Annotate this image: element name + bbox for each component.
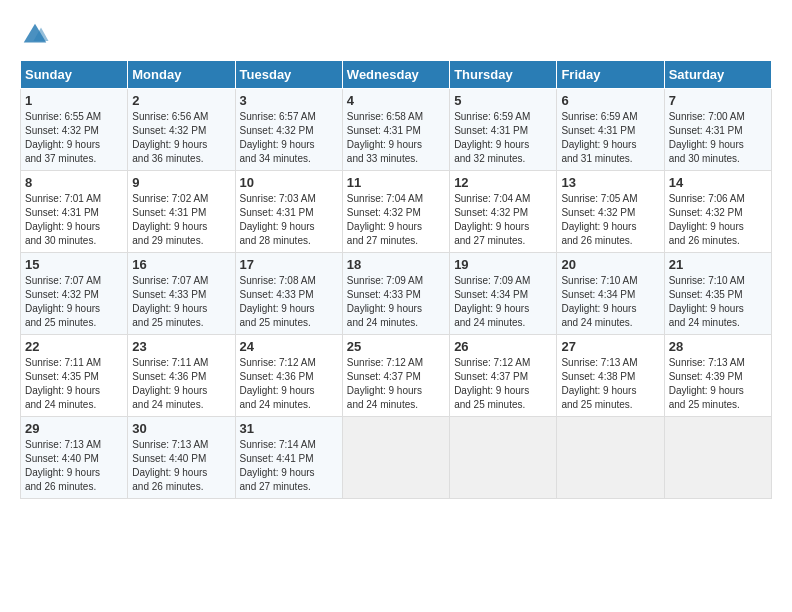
calendar-cell: 24Sunrise: 7:12 AM Sunset: 4:36 PM Dayli… <box>235 335 342 417</box>
day-number: 27 <box>561 339 659 354</box>
day-number: 8 <box>25 175 123 190</box>
day-info: Sunrise: 7:13 AM Sunset: 4:38 PM Dayligh… <box>561 356 659 412</box>
day-info: Sunrise: 7:04 AM Sunset: 4:32 PM Dayligh… <box>347 192 445 248</box>
day-info: Sunrise: 7:05 AM Sunset: 4:32 PM Dayligh… <box>561 192 659 248</box>
calendar-cell: 30Sunrise: 7:13 AM Sunset: 4:40 PM Dayli… <box>128 417 235 499</box>
day-number: 17 <box>240 257 338 272</box>
header-sunday: Sunday <box>21 61 128 89</box>
day-number: 19 <box>454 257 552 272</box>
day-number: 24 <box>240 339 338 354</box>
calendar-cell: 27Sunrise: 7:13 AM Sunset: 4:38 PM Dayli… <box>557 335 664 417</box>
day-info: Sunrise: 7:12 AM Sunset: 4:36 PM Dayligh… <box>240 356 338 412</box>
header-tuesday: Tuesday <box>235 61 342 89</box>
day-number: 12 <box>454 175 552 190</box>
day-number: 23 <box>132 339 230 354</box>
day-number: 2 <box>132 93 230 108</box>
calendar-cell <box>450 417 557 499</box>
day-info: Sunrise: 6:56 AM Sunset: 4:32 PM Dayligh… <box>132 110 230 166</box>
calendar-cell: 17Sunrise: 7:08 AM Sunset: 4:33 PM Dayli… <box>235 253 342 335</box>
calendar-cell: 23Sunrise: 7:11 AM Sunset: 4:36 PM Dayli… <box>128 335 235 417</box>
calendar-cell: 7Sunrise: 7:00 AM Sunset: 4:31 PM Daylig… <box>664 89 771 171</box>
day-number: 13 <box>561 175 659 190</box>
day-info: Sunrise: 7:12 AM Sunset: 4:37 PM Dayligh… <box>454 356 552 412</box>
calendar-cell: 22Sunrise: 7:11 AM Sunset: 4:35 PM Dayli… <box>21 335 128 417</box>
day-info: Sunrise: 7:08 AM Sunset: 4:33 PM Dayligh… <box>240 274 338 330</box>
day-number: 20 <box>561 257 659 272</box>
calendar-cell: 8Sunrise: 7:01 AM Sunset: 4:31 PM Daylig… <box>21 171 128 253</box>
day-number: 10 <box>240 175 338 190</box>
logo-icon <box>20 20 50 50</box>
day-info: Sunrise: 7:07 AM Sunset: 4:33 PM Dayligh… <box>132 274 230 330</box>
day-number: 16 <box>132 257 230 272</box>
header-friday: Friday <box>557 61 664 89</box>
day-info: Sunrise: 7:09 AM Sunset: 4:33 PM Dayligh… <box>347 274 445 330</box>
calendar-cell <box>342 417 449 499</box>
header-saturday: Saturday <box>664 61 771 89</box>
calendar-cell: 9Sunrise: 7:02 AM Sunset: 4:31 PM Daylig… <box>128 171 235 253</box>
header-monday: Monday <box>128 61 235 89</box>
day-number: 1 <box>25 93 123 108</box>
day-info: Sunrise: 7:07 AM Sunset: 4:32 PM Dayligh… <box>25 274 123 330</box>
day-info: Sunrise: 7:06 AM Sunset: 4:32 PM Dayligh… <box>669 192 767 248</box>
day-info: Sunrise: 7:10 AM Sunset: 4:34 PM Dayligh… <box>561 274 659 330</box>
day-number: 25 <box>347 339 445 354</box>
day-info: Sunrise: 6:55 AM Sunset: 4:32 PM Dayligh… <box>25 110 123 166</box>
day-number: 15 <box>25 257 123 272</box>
logo <box>20 20 54 50</box>
day-number: 11 <box>347 175 445 190</box>
calendar-cell: 3Sunrise: 6:57 AM Sunset: 4:32 PM Daylig… <box>235 89 342 171</box>
page-header <box>20 20 772 50</box>
day-number: 14 <box>669 175 767 190</box>
day-info: Sunrise: 7:11 AM Sunset: 4:35 PM Dayligh… <box>25 356 123 412</box>
calendar-cell: 25Sunrise: 7:12 AM Sunset: 4:37 PM Dayli… <box>342 335 449 417</box>
calendar-cell: 2Sunrise: 6:56 AM Sunset: 4:32 PM Daylig… <box>128 89 235 171</box>
day-info: Sunrise: 7:13 AM Sunset: 4:39 PM Dayligh… <box>669 356 767 412</box>
day-info: Sunrise: 6:59 AM Sunset: 4:31 PM Dayligh… <box>454 110 552 166</box>
calendar-cell: 4Sunrise: 6:58 AM Sunset: 4:31 PM Daylig… <box>342 89 449 171</box>
day-info: Sunrise: 7:13 AM Sunset: 4:40 PM Dayligh… <box>25 438 123 494</box>
day-info: Sunrise: 7:09 AM Sunset: 4:34 PM Dayligh… <box>454 274 552 330</box>
calendar-cell: 16Sunrise: 7:07 AM Sunset: 4:33 PM Dayli… <box>128 253 235 335</box>
calendar-week-5: 29Sunrise: 7:13 AM Sunset: 4:40 PM Dayli… <box>21 417 772 499</box>
calendar-cell: 13Sunrise: 7:05 AM Sunset: 4:32 PM Dayli… <box>557 171 664 253</box>
day-info: Sunrise: 7:14 AM Sunset: 4:41 PM Dayligh… <box>240 438 338 494</box>
day-number: 7 <box>669 93 767 108</box>
day-number: 31 <box>240 421 338 436</box>
calendar-cell: 6Sunrise: 6:59 AM Sunset: 4:31 PM Daylig… <box>557 89 664 171</box>
day-info: Sunrise: 7:13 AM Sunset: 4:40 PM Dayligh… <box>132 438 230 494</box>
day-info: Sunrise: 7:03 AM Sunset: 4:31 PM Dayligh… <box>240 192 338 248</box>
calendar-header-row: SundayMondayTuesdayWednesdayThursdayFrid… <box>21 61 772 89</box>
day-info: Sunrise: 6:57 AM Sunset: 4:32 PM Dayligh… <box>240 110 338 166</box>
day-info: Sunrise: 7:11 AM Sunset: 4:36 PM Dayligh… <box>132 356 230 412</box>
calendar-cell: 18Sunrise: 7:09 AM Sunset: 4:33 PM Dayli… <box>342 253 449 335</box>
calendar-cell: 26Sunrise: 7:12 AM Sunset: 4:37 PM Dayli… <box>450 335 557 417</box>
day-number: 6 <box>561 93 659 108</box>
day-info: Sunrise: 6:59 AM Sunset: 4:31 PM Dayligh… <box>561 110 659 166</box>
day-info: Sunrise: 7:04 AM Sunset: 4:32 PM Dayligh… <box>454 192 552 248</box>
day-number: 21 <box>669 257 767 272</box>
header-thursday: Thursday <box>450 61 557 89</box>
calendar-cell: 21Sunrise: 7:10 AM Sunset: 4:35 PM Dayli… <box>664 253 771 335</box>
calendar-week-3: 15Sunrise: 7:07 AM Sunset: 4:32 PM Dayli… <box>21 253 772 335</box>
day-info: Sunrise: 7:00 AM Sunset: 4:31 PM Dayligh… <box>669 110 767 166</box>
day-number: 26 <box>454 339 552 354</box>
calendar-cell: 10Sunrise: 7:03 AM Sunset: 4:31 PM Dayli… <box>235 171 342 253</box>
calendar-cell: 11Sunrise: 7:04 AM Sunset: 4:32 PM Dayli… <box>342 171 449 253</box>
day-info: Sunrise: 7:01 AM Sunset: 4:31 PM Dayligh… <box>25 192 123 248</box>
day-number: 30 <box>132 421 230 436</box>
calendar-cell: 29Sunrise: 7:13 AM Sunset: 4:40 PM Dayli… <box>21 417 128 499</box>
header-wednesday: Wednesday <box>342 61 449 89</box>
calendar-cell: 5Sunrise: 6:59 AM Sunset: 4:31 PM Daylig… <box>450 89 557 171</box>
day-number: 29 <box>25 421 123 436</box>
calendar-cell: 12Sunrise: 7:04 AM Sunset: 4:32 PM Dayli… <box>450 171 557 253</box>
calendar-week-4: 22Sunrise: 7:11 AM Sunset: 4:35 PM Dayli… <box>21 335 772 417</box>
day-number: 22 <box>25 339 123 354</box>
day-number: 4 <box>347 93 445 108</box>
calendar-cell: 28Sunrise: 7:13 AM Sunset: 4:39 PM Dayli… <box>664 335 771 417</box>
calendar-cell: 14Sunrise: 7:06 AM Sunset: 4:32 PM Dayli… <box>664 171 771 253</box>
calendar-cell: 1Sunrise: 6:55 AM Sunset: 4:32 PM Daylig… <box>21 89 128 171</box>
day-number: 18 <box>347 257 445 272</box>
day-info: Sunrise: 6:58 AM Sunset: 4:31 PM Dayligh… <box>347 110 445 166</box>
day-number: 28 <box>669 339 767 354</box>
calendar-cell: 15Sunrise: 7:07 AM Sunset: 4:32 PM Dayli… <box>21 253 128 335</box>
